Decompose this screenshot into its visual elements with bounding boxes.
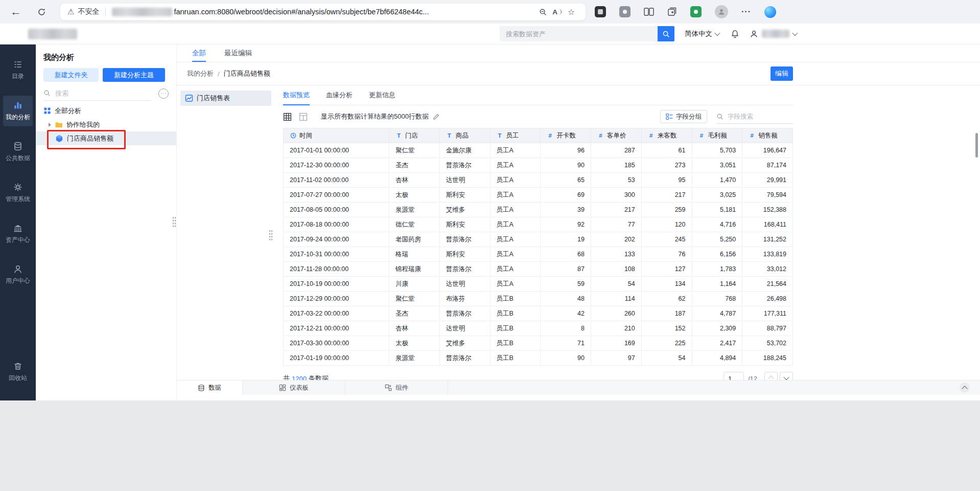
cell-gross_profit: 5,181 (692, 203, 742, 217)
extension-icon-green[interactable] (690, 6, 702, 17)
extension-icon-dark[interactable] (595, 6, 606, 17)
sidebar-item-management[interactable]: 管理系统 (3, 177, 33, 208)
number-field-icon: # (749, 132, 755, 139)
user-menu[interactable] (750, 30, 797, 38)
column-header-time[interactable]: 时间 (284, 128, 389, 143)
cell-gross_profit: 5,703 (692, 143, 742, 158)
cell-employee: 员工A (490, 217, 541, 232)
collapse-bottom-panel-icon[interactable] (960, 383, 970, 393)
bottom-tab-dashboard[interactable]: 仪表板 (243, 381, 345, 395)
field-search-input[interactable] (727, 113, 786, 121)
preview-table: 时间T门店T商品T员工#开卡数#客单价#来客数#毛利额#销售额 2017-01-… (283, 128, 793, 366)
cell-unit_price: 53 (591, 173, 642, 188)
security-warning-icon: ⚠ (67, 7, 74, 16)
card-view-icon[interactable] (299, 113, 308, 121)
browser-menu-icon[interactable]: ··· (741, 7, 751, 16)
cell-store: 川康 (389, 277, 440, 292)
analysis-subject-icon (55, 135, 63, 143)
address-bar[interactable]: ⚠ 不安全 fanruan.com:8080/webroot/decision#… (60, 4, 586, 20)
cell-product: 普萘洛尔 (439, 306, 490, 321)
cell-visitors: 61 (641, 143, 692, 158)
search-icon (43, 90, 51, 97)
split-screen-icon[interactable] (644, 7, 654, 16)
sidebar-item-directory[interactable]: 目录 (3, 55, 33, 85)
sidebar-item-my-analysis[interactable]: 我的分析 (3, 96, 33, 126)
column-header-gross_profit[interactable]: #毛利额 (692, 128, 742, 143)
breadcrumb-parent[interactable]: 我的分析 (187, 69, 214, 78)
bottom-tab-data[interactable]: 数据 (177, 381, 243, 395)
expand-caret-icon[interactable] (49, 123, 51, 127)
edit-pencil-icon[interactable] (432, 113, 440, 121)
cell-employee: 员工A (490, 143, 541, 158)
tree-item-all-analysis[interactable]: 全部分析 (43, 104, 169, 118)
back-icon[interactable]: ← (7, 3, 25, 20)
bottom-tab-components[interactable]: 组件 (345, 381, 448, 395)
cell-sales: 88,797 (742, 321, 793, 336)
cell-gross_profit: 6,156 (692, 247, 742, 262)
tab-recently-edited[interactable]: 最近编辑 (224, 44, 252, 62)
gear-icon (13, 182, 23, 192)
dataset-item-store-sales-table[interactable]: 门店销售表 (180, 91, 271, 106)
components-icon (385, 384, 392, 391)
number-field-icon: # (597, 132, 604, 139)
column-header-product[interactable]: T商品 (439, 128, 490, 143)
table-row: 2017-03-30 00:00:00太极艾维多员工B711692252,417… (284, 336, 793, 351)
zoom-icon[interactable] (535, 5, 550, 19)
profile-avatar[interactable] (715, 5, 728, 18)
more-options-icon[interactable]: ··· (158, 88, 169, 99)
cell-visitors: 259 (641, 203, 692, 217)
sidebar-item-user-center[interactable]: 用户中心 (3, 259, 33, 290)
favorite-icon[interactable]: ☆ (564, 5, 578, 19)
cell-product: 普萘洛尔 (439, 158, 490, 173)
search-button[interactable] (658, 26, 674, 41)
read-aloud-icon[interactable]: A (550, 5, 564, 19)
sidebar-item-public-data[interactable]: 公共数据 (3, 137, 33, 167)
sidebar-item-recycle-bin[interactable]: 回收站 (3, 356, 33, 387)
app-header: 简体中文 (0, 24, 980, 44)
scrollbar-thumb[interactable] (975, 133, 978, 158)
tab-update-info[interactable]: 更新信息 (369, 85, 395, 105)
cell-product: 斯利安 (439, 188, 490, 203)
tree-search-input[interactable] (54, 89, 133, 98)
edit-button[interactable]: 编辑 (771, 66, 793, 81)
cell-store: 聚仁堂 (389, 292, 440, 306)
cell-gross_profit: 2,417 (692, 336, 742, 351)
new-analysis-subject-button[interactable]: 新建分析主题 (103, 68, 165, 82)
column-header-cards_opened[interactable]: #开卡数 (541, 128, 591, 143)
row-limit-info: 显示所有数据计算结果的5000行数据 (321, 112, 440, 121)
dataset-list-resize-handle[interactable] (269, 230, 273, 241)
cell-unit_price: 210 (591, 321, 642, 336)
analysis-tree: 全部分析 协作给我的 (43, 104, 169, 145)
cell-unit_price: 300 (591, 188, 642, 203)
cell-product: 达世明 (439, 277, 490, 292)
refresh-icon[interactable] (33, 3, 50, 20)
tab-all[interactable]: 全部 (192, 44, 206, 62)
field-group-button[interactable]: 字段分组 (660, 110, 707, 123)
sidebar-item-asset-center[interactable]: 资产中心 (3, 218, 33, 249)
column-header-employee[interactable]: T员工 (490, 128, 541, 143)
breadcrumb: 我的分析 / 门店商品销售额 编辑 (177, 62, 980, 85)
language-selector[interactable]: 简体中文 (685, 29, 719, 38)
cell-sales: 21,564 (742, 277, 793, 292)
asset-search-input[interactable] (500, 26, 658, 41)
collections-icon[interactable] (667, 7, 677, 16)
tab-data-preview[interactable]: 数据预览 (283, 85, 310, 105)
column-header-unit_price[interactable]: #客单价 (591, 128, 642, 143)
tree-item-store-product-sales[interactable]: 门店商品销售额 (36, 131, 176, 145)
new-folder-button[interactable]: 新建文件夹 (43, 68, 99, 82)
table-header-row: 时间T门店T商品T员工#开卡数#客单价#来客数#毛利额#销售额 (284, 128, 793, 143)
cell-sales: 152,388 (742, 203, 793, 217)
column-header-store[interactable]: T门店 (389, 128, 440, 143)
panel-resize-handle[interactable] (172, 216, 176, 228)
column-header-visitors[interactable]: #来客数 (641, 128, 692, 143)
cell-gross_profit: 768 (692, 292, 742, 306)
grid-view-icon[interactable] (283, 113, 292, 121)
extension-icon[interactable] (619, 6, 631, 17)
cell-time: 2017-11-02 00:00:00 (284, 173, 389, 188)
tab-lineage-analysis[interactable]: 血缘分析 (326, 85, 353, 105)
copilot-icon[interactable] (764, 6, 776, 18)
tree-item-shared-with-me[interactable]: 协作给我的 (43, 118, 169, 131)
column-header-sales[interactable]: #销售额 (742, 128, 793, 143)
notifications-icon[interactable] (731, 30, 739, 38)
cell-sales: 29,991 (742, 173, 793, 188)
